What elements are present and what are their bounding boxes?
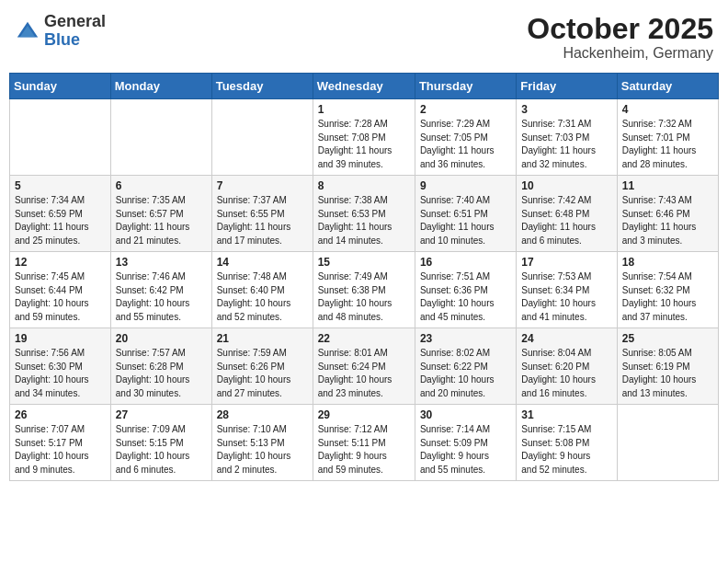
day-info: Sunrise: 8:05 AM Sunset: 6:19 PM Dayligh… <box>622 347 713 400</box>
logo-text: General Blue <box>44 13 106 50</box>
calendar-cell: 23Sunrise: 8:02 AM Sunset: 6:22 PM Dayli… <box>415 328 516 405</box>
title-block: October 2025 Hackenheim, Germany <box>527 13 713 62</box>
day-info: Sunrise: 8:02 AM Sunset: 6:22 PM Dayligh… <box>420 347 511 400</box>
calendar-cell: 22Sunrise: 8:01 AM Sunset: 6:24 PM Dayli… <box>313 328 415 405</box>
day-info: Sunrise: 7:31 AM Sunset: 7:03 PM Dayligh… <box>521 118 611 171</box>
day-number: 31 <box>521 408 611 421</box>
week-row-1: 5Sunrise: 7:34 AM Sunset: 6:59 PM Daylig… <box>10 176 719 252</box>
day-number: 6 <box>116 179 207 192</box>
day-number: 30 <box>420 408 511 421</box>
day-info: Sunrise: 8:01 AM Sunset: 6:24 PM Dayligh… <box>318 347 410 400</box>
day-info: Sunrise: 7:56 AM Sunset: 6:30 PM Dayligh… <box>15 347 106 400</box>
day-number: 24 <box>521 332 611 345</box>
day-info: Sunrise: 7:43 AM Sunset: 6:46 PM Dayligh… <box>622 194 713 247</box>
day-info: Sunrise: 7:29 AM Sunset: 7:05 PM Dayligh… <box>420 118 511 171</box>
day-number: 13 <box>116 256 207 269</box>
calendar-cell: 19Sunrise: 7:56 AM Sunset: 6:30 PM Dayli… <box>10 328 111 405</box>
weekday-header-sunday: Sunday <box>10 74 111 99</box>
calendar-cell: 5Sunrise: 7:34 AM Sunset: 6:59 PM Daylig… <box>10 176 111 252</box>
calendar-cell: 4Sunrise: 7:32 AM Sunset: 7:01 PM Daylig… <box>617 99 718 176</box>
day-info: Sunrise: 7:49 AM Sunset: 6:38 PM Dayligh… <box>318 270 410 324</box>
week-row-0: 1Sunrise: 7:28 AM Sunset: 7:08 PM Daylig… <box>10 99 719 176</box>
day-number: 12 <box>15 256 106 269</box>
day-number: 29 <box>318 408 410 421</box>
day-info: Sunrise: 7:15 AM Sunset: 5:08 PM Dayligh… <box>521 423 611 477</box>
week-row-2: 12Sunrise: 7:45 AM Sunset: 6:44 PM Dayli… <box>10 252 719 328</box>
day-info: Sunrise: 7:46 AM Sunset: 6:42 PM Dayligh… <box>116 270 207 324</box>
day-info: Sunrise: 7:09 AM Sunset: 5:15 PM Dayligh… <box>116 423 207 477</box>
day-info: Sunrise: 7:35 AM Sunset: 6:57 PM Dayligh… <box>116 194 207 247</box>
day-number: 18 <box>622 256 713 269</box>
day-number: 3 <box>521 103 611 116</box>
day-number: 27 <box>116 408 207 421</box>
day-number: 15 <box>318 256 410 269</box>
calendar-cell: 24Sunrise: 8:04 AM Sunset: 6:20 PM Dayli… <box>517 328 617 405</box>
logo: General Blue <box>15 13 106 50</box>
day-number: 21 <box>217 332 308 345</box>
day-info: Sunrise: 7:45 AM Sunset: 6:44 PM Dayligh… <box>15 270 106 324</box>
calendar-cell: 26Sunrise: 7:07 AM Sunset: 5:17 PM Dayli… <box>10 405 111 481</box>
calendar-cell: 7Sunrise: 7:37 AM Sunset: 6:55 PM Daylig… <box>211 176 313 252</box>
day-number: 2 <box>420 103 511 116</box>
day-number: 25 <box>622 332 713 345</box>
week-row-3: 19Sunrise: 7:56 AM Sunset: 6:30 PM Dayli… <box>10 328 719 405</box>
calendar-cell: 6Sunrise: 7:35 AM Sunset: 6:57 PM Daylig… <box>110 176 211 252</box>
calendar-cell: 9Sunrise: 7:40 AM Sunset: 6:51 PM Daylig… <box>415 176 516 252</box>
calendar-cell: 1Sunrise: 7:28 AM Sunset: 7:08 PM Daylig… <box>313 99 415 176</box>
day-info: Sunrise: 7:14 AM Sunset: 5:09 PM Dayligh… <box>420 423 511 477</box>
day-number: 19 <box>15 332 106 345</box>
day-info: Sunrise: 7:37 AM Sunset: 6:55 PM Dayligh… <box>217 194 308 247</box>
calendar-cell: 3Sunrise: 7:31 AM Sunset: 7:03 PM Daylig… <box>517 99 617 176</box>
day-info: Sunrise: 7:59 AM Sunset: 6:26 PM Dayligh… <box>217 347 308 400</box>
day-info: Sunrise: 7:12 AM Sunset: 5:11 PM Dayligh… <box>318 423 410 477</box>
weekday-header-friday: Friday <box>517 74 617 99</box>
day-info: Sunrise: 7:42 AM Sunset: 6:48 PM Dayligh… <box>521 194 611 247</box>
calendar-cell: 14Sunrise: 7:48 AM Sunset: 6:40 PM Dayli… <box>211 252 313 328</box>
day-number: 5 <box>15 179 106 192</box>
day-info: Sunrise: 8:04 AM Sunset: 6:20 PM Dayligh… <box>521 347 611 400</box>
day-number: 14 <box>217 256 308 269</box>
calendar-cell: 21Sunrise: 7:59 AM Sunset: 6:26 PM Dayli… <box>211 328 313 405</box>
day-number: 4 <box>622 103 713 116</box>
location-title: Hackenheim, Germany <box>527 45 713 62</box>
calendar-cell: 31Sunrise: 7:15 AM Sunset: 5:08 PM Dayli… <box>517 405 617 481</box>
calendar-cell: 15Sunrise: 7:49 AM Sunset: 6:38 PM Dayli… <box>313 252 415 328</box>
calendar-table: SundayMondayTuesdayWednesdayThursdayFrid… <box>9 73 719 481</box>
day-info: Sunrise: 7:53 AM Sunset: 6:34 PM Dayligh… <box>521 270 611 324</box>
day-info: Sunrise: 7:48 AM Sunset: 6:40 PM Dayligh… <box>217 270 308 324</box>
calendar-cell <box>617 405 718 481</box>
day-number: 16 <box>420 256 511 269</box>
page-header: General Blue October 2025 Hackenheim, Ge… <box>9 9 719 65</box>
weekday-header-row: SundayMondayTuesdayWednesdayThursdayFrid… <box>10 74 719 99</box>
day-info: Sunrise: 7:38 AM Sunset: 6:53 PM Dayligh… <box>318 194 410 247</box>
day-number: 26 <box>15 408 106 421</box>
weekday-header-tuesday: Tuesday <box>211 74 313 99</box>
day-number: 20 <box>116 332 207 345</box>
day-info: Sunrise: 7:32 AM Sunset: 7:01 PM Dayligh… <box>622 118 713 171</box>
calendar-cell: 10Sunrise: 7:42 AM Sunset: 6:48 PM Dayli… <box>517 176 617 252</box>
calendar-cell: 28Sunrise: 7:10 AM Sunset: 5:13 PM Dayli… <box>211 405 313 481</box>
day-info: Sunrise: 7:40 AM Sunset: 6:51 PM Dayligh… <box>420 194 511 247</box>
week-row-4: 26Sunrise: 7:07 AM Sunset: 5:17 PM Dayli… <box>10 405 719 481</box>
calendar-cell: 8Sunrise: 7:38 AM Sunset: 6:53 PM Daylig… <box>313 176 415 252</box>
day-number: 10 <box>521 179 611 192</box>
day-number: 17 <box>521 256 611 269</box>
weekday-header-saturday: Saturday <box>617 74 718 99</box>
calendar-cell: 17Sunrise: 7:53 AM Sunset: 6:34 PM Dayli… <box>517 252 617 328</box>
day-number: 1 <box>318 103 410 116</box>
day-number: 7 <box>217 179 308 192</box>
logo-blue: Blue <box>44 31 106 50</box>
calendar-cell: 16Sunrise: 7:51 AM Sunset: 6:36 PM Dayli… <box>415 252 516 328</box>
day-number: 11 <box>622 179 713 192</box>
calendar-cell <box>211 99 313 176</box>
calendar-cell: 11Sunrise: 7:43 AM Sunset: 6:46 PM Dayli… <box>617 176 718 252</box>
calendar-cell: 20Sunrise: 7:57 AM Sunset: 6:28 PM Dayli… <box>110 328 211 405</box>
day-number: 8 <box>318 179 410 192</box>
weekday-header-monday: Monday <box>110 74 211 99</box>
calendar-cell <box>110 99 211 176</box>
day-number: 22 <box>318 332 410 345</box>
calendar-cell: 2Sunrise: 7:29 AM Sunset: 7:05 PM Daylig… <box>415 99 516 176</box>
calendar-cell: 18Sunrise: 7:54 AM Sunset: 6:32 PM Dayli… <box>617 252 718 328</box>
calendar-cell: 12Sunrise: 7:45 AM Sunset: 6:44 PM Dayli… <box>10 252 111 328</box>
calendar-cell: 29Sunrise: 7:12 AM Sunset: 5:11 PM Dayli… <box>313 405 415 481</box>
